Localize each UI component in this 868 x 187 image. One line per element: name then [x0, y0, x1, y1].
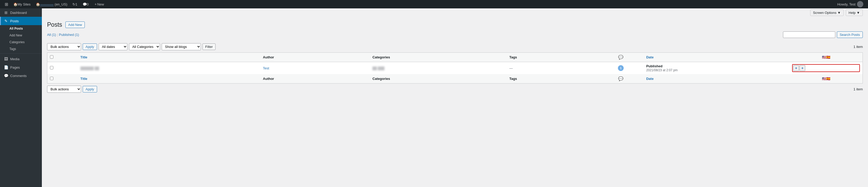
- categories-cell: ██ ███: [370, 62, 507, 74]
- flags-cell: + +: [789, 62, 863, 74]
- tags-footer-label: Tags: [509, 77, 517, 81]
- top-toolbar: Bulk actions Apply All dates All Categor…: [47, 42, 863, 51]
- site-label: ————: [40, 2, 54, 6]
- flags-header: 🇺🇸🇪🇸: [789, 53, 863, 62]
- check-all-footer-checkbox[interactable]: [50, 77, 53, 80]
- categories-filter-select[interactable]: All Categories: [129, 43, 160, 50]
- date-footer: Date: [644, 74, 789, 84]
- comments-footer-icon: 💬: [618, 77, 623, 81]
- categories-label: Categories: [9, 40, 25, 44]
- sidebar-item-label: Media: [10, 57, 19, 61]
- add-new-label: Add New: [9, 33, 22, 37]
- comments-header-icon: 💬: [618, 55, 623, 59]
- updates-icon: ↻: [72, 2, 75, 6]
- menu-separator: [0, 53, 42, 54]
- filter-published-count: (1): [75, 33, 79, 37]
- search-input[interactable]: [783, 31, 835, 38]
- top-apply-button[interactable]: Apply: [83, 44, 97, 50]
- filter-links: All (1) | Published (1): [47, 33, 79, 37]
- language-buttons-container: + +: [792, 64, 860, 72]
- filter-all-link[interactable]: All (1): [47, 33, 56, 37]
- my-sites[interactable]: 🏠 My Sites: [11, 0, 33, 8]
- filter-all-label: All: [47, 33, 51, 37]
- posts-icon: ✎: [4, 19, 8, 23]
- post-tags: —: [509, 66, 513, 70]
- sidebar-item-add-new[interactable]: Add New: [0, 32, 42, 39]
- author-link[interactable]: Test: [263, 66, 269, 70]
- search-posts-button[interactable]: Search Posts: [837, 31, 863, 38]
- comments-cell: 1: [598, 62, 644, 74]
- comments-header: 💬: [598, 53, 644, 62]
- bottom-bulk-actions-select[interactable]: Bulk actions: [47, 86, 81, 93]
- comments[interactable]: 💬 0: [80, 0, 91, 8]
- howdy-user[interactable]: Howdy, Test: [835, 0, 866, 8]
- title-cell: ██████ ██: [78, 62, 260, 74]
- screen-options-button[interactable]: Screen Options ▼: [810, 9, 844, 16]
- new-content[interactable]: ＋ New: [91, 0, 107, 8]
- title-header: Title: [78, 53, 260, 62]
- comments-count: 0: [87, 2, 89, 6]
- all-posts-label: All Posts: [9, 27, 23, 30]
- comment-count-badge: 1: [618, 65, 624, 71]
- blogs-filter-select[interactable]: Show all blogs: [162, 43, 201, 50]
- author-cell: Test: [260, 62, 370, 74]
- add-english-button[interactable]: +: [793, 65, 799, 71]
- sidebar-item-dashboard[interactable]: ⊞ Dashboard: [0, 8, 42, 17]
- author-footer: Author: [260, 74, 370, 84]
- help-label: Help ▼: [849, 11, 860, 15]
- check-all-footer: [48, 74, 78, 84]
- post-categories: ██ ███: [373, 66, 384, 70]
- dates-filter-select[interactable]: All dates: [99, 43, 127, 50]
- author-name: Test: [263, 66, 269, 70]
- author-header: Author: [260, 53, 370, 62]
- sidebar-item-posts[interactable]: ✎ Posts: [0, 17, 42, 25]
- bulk-actions-select[interactable]: Bulk actions: [47, 43, 81, 50]
- add-spanish-button[interactable]: +: [800, 65, 805, 71]
- comments-icon: 💬: [83, 2, 87, 6]
- bottom-apply-label: Apply: [86, 87, 94, 91]
- filter-button[interactable]: Filter: [203, 44, 216, 50]
- date-sort-link[interactable]: Date: [646, 55, 653, 59]
- wp-logo[interactable]: ⊞: [2, 0, 11, 8]
- updates-count: 1: [75, 2, 77, 6]
- sidebar-item-tags[interactable]: Tags: [0, 46, 42, 52]
- sidebar-item-comments[interactable]: 💬 Comments: [0, 72, 42, 80]
- filter-published-link[interactable]: Published (1): [59, 33, 79, 37]
- bottom-apply-button[interactable]: Apply: [83, 86, 97, 92]
- site-locale: (en_US): [55, 2, 67, 6]
- flags-footer-content: 🇺🇸🇪🇸: [822, 77, 830, 81]
- search-bar: Search Posts: [783, 31, 863, 38]
- sidebar-item-media[interactable]: 🖼 Media: [0, 55, 42, 63]
- post-status: Published: [646, 64, 662, 68]
- categories-header: Categories: [370, 53, 507, 62]
- categories-header-label: Categories: [373, 55, 390, 59]
- title-footer-sort-link[interactable]: Title: [80, 77, 87, 81]
- comments-menu-icon: 💬: [4, 74, 8, 78]
- author-footer-label: Author: [263, 77, 274, 81]
- date-footer-sort-link[interactable]: Date: [646, 77, 653, 81]
- post-title-link[interactable]: ██████ ██: [80, 66, 99, 70]
- updates[interactable]: ↻ 1: [70, 0, 80, 8]
- tags-header-label: Tags: [509, 55, 517, 59]
- search-posts-label: Search Posts: [840, 33, 860, 37]
- flags-footer: 🇺🇸🇪🇸: [789, 74, 863, 84]
- sidebar-item-all-posts[interactable]: All Posts: [0, 25, 42, 32]
- sidebar-item-pages[interactable]: 📄 Pages: [0, 63, 42, 72]
- plus-icon: ＋: [94, 2, 97, 6]
- filter-btn-label: Filter: [205, 45, 213, 49]
- avatar: [857, 1, 863, 7]
- my-sites-label: My Sites: [18, 2, 31, 6]
- row-checkbox-cell: [48, 62, 78, 74]
- admin-bar: ⊞ 🏠 My Sites 🏠 ———— (en_US) ↻ 1 💬 0 ＋ Ne…: [0, 0, 868, 8]
- tags-footer: Tags: [507, 74, 598, 84]
- title-footer: Title: [78, 74, 260, 84]
- add-new-button[interactable]: Add New: [65, 22, 85, 28]
- check-all-checkbox[interactable]: [50, 55, 53, 59]
- sidebar-item-categories[interactable]: Categories: [0, 39, 42, 46]
- row-checkbox[interactable]: [50, 66, 53, 70]
- media-icon: 🖼: [4, 57, 8, 61]
- help-button[interactable]: Help ▼: [846, 9, 863, 16]
- site-name[interactable]: 🏠 ———— (en_US): [33, 0, 70, 8]
- filter-separator: |: [57, 33, 58, 37]
- title-sort-link[interactable]: Title: [80, 55, 87, 59]
